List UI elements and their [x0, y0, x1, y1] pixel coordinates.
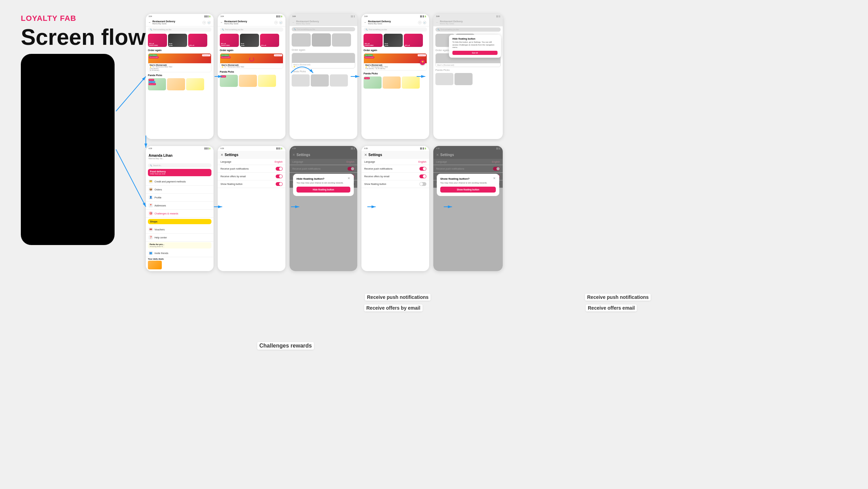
screen-restaurant-2: 3:04 ▐▐ ▐ 🔋 ← Restaurant Delivery Marina… [218, 14, 285, 139]
screen-restaurant-4: 3:04 ▐▐ ▐ 🔋 ← Restaurant Delivery Marina… [361, 14, 429, 139]
status-bar-1: 3:04 ▐▐ ▐ 🔋 [146, 14, 214, 19]
profile-menu-credit[interactable]: 💳 Credit and payment methods [146, 178, 214, 186]
svg-line-10 [116, 149, 146, 207]
dialog-overlay-hide [290, 146, 357, 271]
screen-settings-dialog-show: 9:39 ▐▐ ▐ ✕ Settings Language English Re… [433, 146, 503, 271]
email-toggle-1[interactable] [276, 174, 283, 178]
screen-restaurant-5: 3:04 ▐▐ ▐ ← Restaurant Delivery Marina B… [433, 14, 503, 139]
hide-floating-button-tooltip: Hide floating button To hide this button… [449, 35, 501, 58]
settings-push-2[interactable]: Receive push notifications [361, 165, 429, 173]
hide-floating-button[interactable]: Hide floating button [297, 187, 350, 193]
status-bar-2: 3:04 ▐▐ ▐ 🔋 [218, 14, 285, 19]
picks-row-1: Featured Earn points Discount 5% [146, 78, 214, 91]
settings-floating-2[interactable]: Show floating button [361, 180, 429, 188]
settings-language-1[interactable]: Language English [218, 159, 285, 165]
settings-floating-1[interactable]: Show floating button [218, 180, 285, 188]
tooltip-body: To hide this button, go to Settings. You… [452, 41, 498, 49]
loading-area: Free delivery Recommended Discount 5% Ha… [218, 53, 285, 69]
screen-restaurant-1: 3:04 ▐▐ ▐ 🔋 ← Restaurant Delivery Marina… [146, 14, 214, 139]
screen-restaurant-3: 3:04 ▐▐ ▐ ← Restaurant Delivery Marina B… [290, 14, 357, 139]
screen-settings-dialog-hide: 9:39 ▐▐ ▐ ✕ Settings Language English Re… [290, 146, 357, 271]
promo-row-1: 30% offEVERYTHING flashdeals 30% off [146, 33, 214, 48]
hide-dialog-title: Hide floating button? [297, 177, 350, 180]
dialog-overlay-show [433, 146, 503, 271]
fab-button[interactable]: 🏆 [420, 59, 425, 65]
phone-mockup-left [21, 54, 115, 245]
page-header: LOYALTY FAB Screen flows [21, 14, 158, 50]
nav-bar-1: ← Restaurant Delivery Marina Bay Sands ♡… [146, 19, 214, 26]
show-dialog: Show floating button? ✕ You may miss you… [437, 174, 499, 196]
profile-menu-help[interactable]: ❓ Help center [146, 234, 214, 242]
screen-settings-2: 9:39 ▐▐ ▐ 🔋 ✕ Settings Language English … [361, 146, 429, 271]
settings-email-2[interactable]: Receive offers by email [361, 173, 429, 180]
screen-settings-1: 9:39 ▐▐ ▐ 🔋 ✕ Settings Language English … [218, 146, 285, 271]
search-bar-2[interactable]: 🔍 Find something you like [220, 27, 283, 32]
nav-bar-2: ← Restaurant Delivery Marina Bay Sands ♡… [218, 19, 285, 26]
show-dialog-close[interactable]: ✕ [493, 177, 496, 180]
search-bar-1[interactable]: 🔍 Find something you like [148, 27, 211, 32]
profile-header: Amanda Lihan Marina Bay Sa... [146, 151, 214, 162]
order-again-label-2: Order again [218, 48, 285, 52]
panda-picks-label-2: Panda Picks [218, 70, 285, 74]
profile-menu-challenges[interactable]: 🎯 Challenges & rewards [146, 210, 214, 218]
receive-offers-email-annotation-right: Receive offers email [586, 304, 637, 311]
profile-menu-vouchers[interactable]: 🎟️ Vouchers [146, 226, 214, 234]
settings-email-1[interactable]: Receive offers by email [218, 173, 285, 180]
hide-dialog-body: You may miss your chance to win exciting… [297, 182, 350, 184]
profile-menu-orders[interactable]: 📦 Orders [146, 186, 214, 194]
profile-menu-profile[interactable]: 👤 Profile [146, 194, 214, 202]
receive-push-notifications-annotation: Receive push notifications [365, 294, 431, 301]
bottom-row-screens: 9:39 ▐▐ ▐ 🔋 Amanda Lihan Marina Bay Sa..… [146, 146, 503, 271]
profile-menu-addresses[interactable]: 📍 Addresses [146, 202, 214, 210]
loading-spinner [249, 57, 254, 62]
page-title: Screen flows [21, 24, 158, 50]
tooltip-title: Hide floating button [452, 38, 498, 40]
shops-card: Shops [148, 219, 211, 224]
picks-row-2: Featured [218, 74, 285, 88]
floating-toggle-1[interactable] [276, 182, 283, 186]
settings-header-1: ✕ Settings [218, 151, 285, 159]
panda-picks-label-1: Panda Picks [146, 73, 214, 78]
show-dialog-title: Show floating button? [440, 177, 496, 180]
perks-card: Perks for pro... Amazing deals fo... [148, 242, 211, 248]
food-delivery-card: Food delivery Order food you love [148, 169, 211, 176]
push-toggle-1[interactable] [276, 167, 283, 171]
receive-offers-by-email-annotation: Receive offers by email [364, 304, 423, 311]
settings-push-1[interactable]: Receive push notifications [218, 165, 285, 173]
settings-language-2[interactable]: Language English [361, 159, 429, 165]
receive-push-notifications-annotation-right: Receive push notifications [585, 294, 651, 301]
svg-line-9 [116, 76, 146, 111]
profile-menu-settings[interactable]: ⚙️ Settings [146, 270, 214, 271]
hide-dialog: Hide floating button? ✕ You may miss you… [293, 174, 354, 196]
promo-row-2: 30% offEVERYTHING flashdeals 30% off [218, 33, 285, 48]
daily-deals-label: Your daily deals [148, 258, 211, 260]
order-again-label-1: Order again [146, 48, 214, 52]
restaurant-card-1: Free delivery Recommended Discount 5% Ha… [148, 53, 211, 72]
show-dialog-body: You may miss your chance to win exciting… [440, 182, 496, 184]
brand-label: LOYALTY FAB [21, 14, 158, 23]
show-floating-button[interactable]: Show floating button [440, 187, 496, 193]
daily-deals-cards [148, 261, 211, 269]
challenges-rewards-annotation: Challenges rewards [257, 342, 314, 350]
profile-menu-invite[interactable]: 👥 Invite friends [146, 249, 214, 257]
screen-profile: 9:39 ▐▐ ▐ 🔋 Amanda Lihan Marina Bay Sa..… [146, 146, 214, 271]
hide-dialog-close[interactable]: ✕ [348, 177, 350, 180]
top-row-screens: 3:04 ▐▐ ▐ 🔋 ← Restaurant Delivery Marina… [146, 14, 503, 139]
got-it-button[interactable]: Got it! [452, 51, 498, 55]
